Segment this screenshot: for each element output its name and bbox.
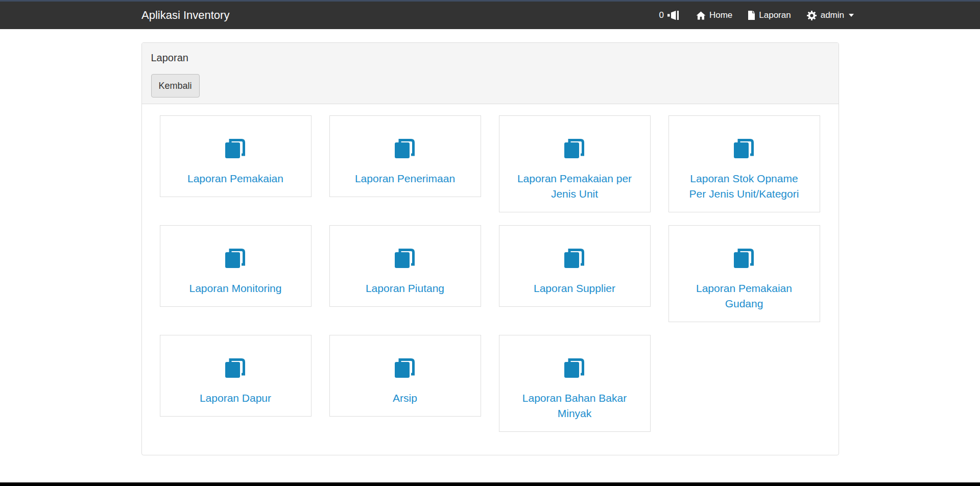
report-card[interactable]: Arsip — [329, 335, 481, 417]
navbar-menu: 0 Home — [659, 2, 854, 29]
gear-icon — [806, 10, 817, 21]
bullhorn-icon — [667, 10, 681, 20]
report-card[interactable]: Laporan Dapur — [160, 335, 312, 417]
report-card-label: Laporan Stok Opname Per Jenis Unit/Kateg… — [669, 171, 820, 202]
report-card-label: Laporan Pemakaian Gudang — [669, 281, 820, 311]
report-card-label: Laporan Bahan Bakar Minyak — [499, 391, 650, 421]
back-button[interactable]: Kembali — [151, 74, 200, 98]
panel-body: Laporan Pemakaian Laporan Penerimaan Lap… — [142, 104, 839, 455]
home-icon — [696, 11, 706, 20]
nav-item-laporan[interactable]: Laporan — [748, 10, 791, 20]
reports-grid: Laporan Pemakaian Laporan Penerimaan Lap… — [160, 115, 821, 432]
page-title: Laporan — [151, 52, 829, 64]
report-card-label: Laporan Supplier — [499, 281, 650, 296]
report-card[interactable]: Laporan Monitoring — [160, 225, 312, 307]
report-card[interactable]: Laporan Piutang — [329, 225, 481, 307]
book-icon — [160, 136, 311, 160]
laporan-panel: Laporan Kembali Laporan Pemakaian Lapora… — [141, 42, 839, 455]
report-card-label: Laporan Dapur — [160, 391, 311, 406]
book-icon — [330, 356, 481, 379]
report-card[interactable]: Laporan Bahan Bakar Minyak — [499, 335, 651, 432]
nav-item-admin[interactable]: admin — [806, 10, 854, 21]
caret-down-icon — [849, 14, 854, 17]
book-icon — [669, 136, 820, 160]
book-icon — [330, 246, 481, 270]
report-card-label: Laporan Monitoring — [160, 281, 311, 296]
notification-count: 0 — [659, 10, 663, 20]
report-card-label: Laporan Pemakaian — [160, 171, 311, 186]
report-card-label: Laporan Penerimaan — [330, 171, 481, 186]
file-icon — [748, 11, 755, 20]
nav-item-label: admin — [821, 10, 844, 20]
main-content: Laporan Kembali Laporan Pemakaian Lapora… — [141, 42, 839, 455]
book-icon — [160, 246, 311, 270]
report-card[interactable]: Laporan Pemakaian — [160, 115, 312, 197]
report-card[interactable]: Laporan Pemakaian per Jenis Unit — [499, 115, 651, 212]
book-icon — [499, 356, 650, 379]
report-card-label: Laporan Pemakaian per Jenis Unit — [499, 171, 650, 202]
book-icon — [669, 246, 820, 270]
book-icon — [499, 136, 650, 160]
book-icon — [330, 136, 481, 160]
app-brand[interactable]: Aplikasi Inventory — [141, 2, 229, 29]
nav-item-label: Home — [709, 10, 732, 20]
nav-item-home[interactable]: Home — [696, 10, 732, 20]
report-card[interactable]: Laporan Pemakaian Gudang — [668, 225, 820, 322]
footer-strip — [0, 482, 980, 486]
report-card-label: Arsip — [330, 391, 481, 406]
navbar: Aplikasi Inventory 0 Home — [0, 2, 980, 29]
report-card[interactable]: Laporan Supplier — [499, 225, 651, 307]
book-icon — [160, 356, 311, 379]
nav-item-notifications[interactable]: 0 — [659, 10, 680, 20]
report-card-label: Laporan Piutang — [330, 281, 481, 296]
panel-heading: Laporan Kembali — [142, 43, 839, 104]
nav-item-label: Laporan — [759, 10, 791, 20]
book-icon — [499, 246, 650, 270]
report-card[interactable]: Laporan Penerimaan — [329, 115, 481, 197]
report-card[interactable]: Laporan Stok Opname Per Jenis Unit/Kateg… — [668, 115, 820, 212]
